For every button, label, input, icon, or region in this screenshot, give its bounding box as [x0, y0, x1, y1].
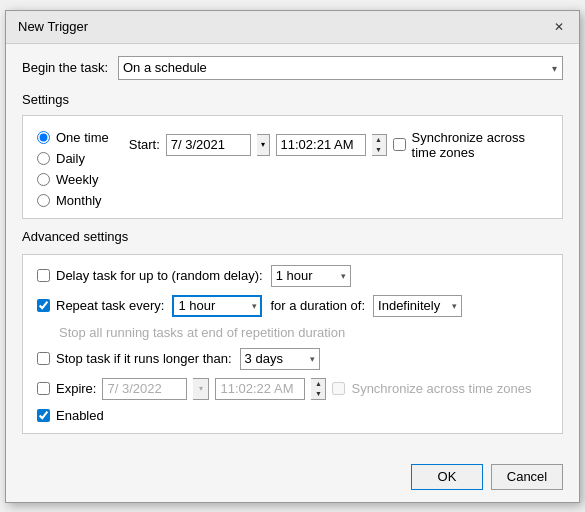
stop-longer-row: Stop task if it runs longer than: 3 days: [37, 348, 548, 370]
sync-label: Synchronize across time zones: [412, 130, 548, 160]
stop-longer-select[interactable]: 3 days: [240, 348, 320, 370]
stop-longer-checkbox[interactable]: [37, 352, 50, 365]
repeat-select[interactable]: 1 hour: [172, 295, 262, 317]
duration-select-wrapper[interactable]: Indefinitely: [373, 295, 462, 317]
stop-running-label: Stop all running tasks at end of repetit…: [59, 325, 345, 340]
expire-row: Expire: ▾ ▲ ▼ Synchronize across time zo…: [37, 378, 548, 400]
repeat-select-wrapper[interactable]: 1 hour: [172, 295, 262, 317]
schedule-radio-group: One time Daily Weekly Monthly: [37, 126, 109, 208]
expire-spin-up[interactable]: ▲: [311, 379, 325, 389]
start-label: Start:: [129, 137, 160, 152]
stop-longer-label: Stop task if it runs longer than:: [56, 351, 232, 366]
repeat-label: Repeat task every:: [56, 298, 164, 313]
delay-row: Delay task for up to (random delay): 1 h…: [37, 265, 548, 287]
radio-daily[interactable]: Daily: [37, 151, 109, 166]
radio-weekly-input[interactable]: [37, 173, 50, 186]
expire-time-input[interactable]: [215, 378, 305, 400]
expire-sync-checkbox[interactable]: [332, 382, 345, 395]
start-time-input[interactable]: [276, 134, 366, 156]
title-bar: New Trigger ✕: [6, 11, 579, 44]
dialog-title: New Trigger: [18, 19, 88, 34]
stop-longer-label-wrap[interactable]: Stop task if it runs longer than:: [37, 351, 232, 366]
radio-daily-label: Daily: [56, 151, 85, 166]
settings-label: Settings: [22, 92, 563, 107]
expire-spin-down[interactable]: ▼: [311, 389, 325, 399]
radio-weekly-label: Weekly: [56, 172, 98, 187]
dialog-buttons: OK Cancel: [6, 456, 579, 502]
settings-content: One time Daily Weekly Monthly: [37, 126, 548, 208]
date-dropdown-btn[interactable]: ▾: [257, 134, 270, 156]
expire-label: Expire:: [56, 381, 96, 396]
duration-label: for a duration of:: [270, 298, 365, 313]
radio-monthly[interactable]: Monthly: [37, 193, 109, 208]
settings-box: One time Daily Weekly Monthly: [22, 115, 563, 219]
ok-button[interactable]: OK: [411, 464, 483, 490]
expire-date-dropdown[interactable]: ▾: [193, 378, 209, 400]
duration-select[interactable]: Indefinitely: [373, 295, 462, 317]
sync-row: Synchronize across time zones: [393, 130, 548, 160]
enabled-row: Enabled: [37, 408, 548, 423]
repeat-checkbox[interactable]: [37, 299, 50, 312]
delay-select[interactable]: 1 hour: [271, 265, 351, 287]
stop-longer-select-wrapper[interactable]: 3 days: [240, 348, 320, 370]
radio-one-time[interactable]: One time: [37, 130, 109, 145]
expire-sync-label: Synchronize across time zones: [351, 381, 531, 396]
begin-task-select-wrapper[interactable]: On a schedule: [118, 56, 563, 80]
new-trigger-dialog: New Trigger ✕ Begin the task: On a sched…: [5, 10, 580, 503]
radio-one-time-label: One time: [56, 130, 109, 145]
time-spin[interactable]: ▲ ▼: [372, 134, 387, 156]
radio-one-time-input[interactable]: [37, 131, 50, 144]
enabled-checkbox[interactable]: [37, 409, 50, 422]
radio-weekly[interactable]: Weekly: [37, 172, 109, 187]
expire-time-spin[interactable]: ▲ ▼: [311, 378, 326, 400]
delay-select-wrapper[interactable]: 1 hour: [271, 265, 351, 287]
stop-running-row: Stop all running tasks at end of repetit…: [37, 325, 548, 340]
delay-checkbox[interactable]: [37, 269, 50, 282]
repeat-label-wrap[interactable]: Repeat task every:: [37, 298, 164, 313]
sync-checkbox[interactable]: [393, 138, 406, 151]
advanced-label: Advanced settings: [22, 229, 563, 244]
enabled-label: Enabled: [56, 408, 104, 423]
begin-task-label: Begin the task:: [22, 60, 108, 75]
expire-label-wrap[interactable]: Expire:: [37, 381, 96, 396]
radio-daily-input[interactable]: [37, 152, 50, 165]
start-row: Start: ▾ ▲ ▼ Synchronize across time zon…: [129, 130, 548, 160]
cancel-button[interactable]: Cancel: [491, 464, 563, 490]
expire-sync-row: Synchronize across time zones: [332, 381, 531, 396]
time-spin-up[interactable]: ▲: [372, 135, 386, 145]
begin-task-row: Begin the task: On a schedule: [22, 56, 563, 80]
radio-monthly-input[interactable]: [37, 194, 50, 207]
expire-date-input[interactable]: [102, 378, 187, 400]
time-spin-down[interactable]: ▼: [372, 145, 386, 155]
advanced-box: Delay task for up to (random delay): 1 h…: [22, 254, 563, 434]
begin-task-select[interactable]: On a schedule: [118, 56, 563, 80]
close-button[interactable]: ✕: [551, 19, 567, 35]
start-date-input[interactable]: [166, 134, 251, 156]
expire-checkbox[interactable]: [37, 382, 50, 395]
radio-monthly-label: Monthly: [56, 193, 102, 208]
settings-main: Start: ▾ ▲ ▼ Synchronize across time zon…: [129, 126, 548, 208]
delay-label: Delay task for up to (random delay):: [56, 268, 263, 283]
delay-label-wrap[interactable]: Delay task for up to (random delay):: [37, 268, 263, 283]
repeat-row: Repeat task every: 1 hour for a duration…: [37, 295, 548, 317]
